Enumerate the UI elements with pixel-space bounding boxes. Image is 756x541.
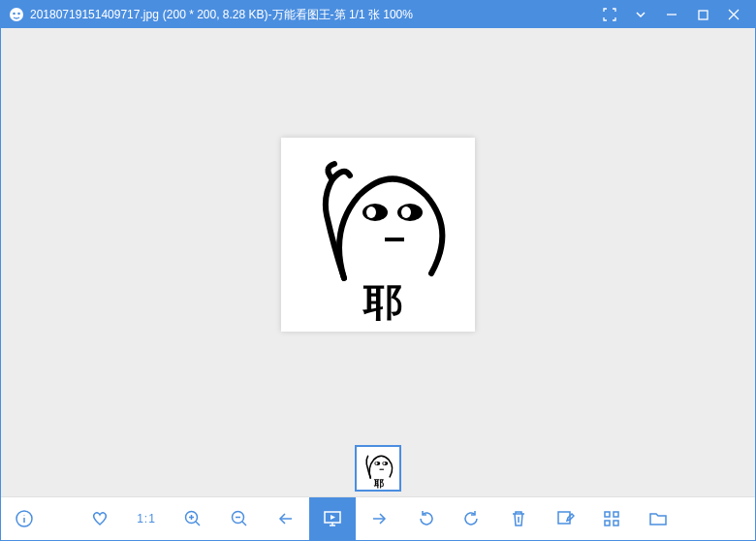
svg-point-14	[375, 462, 377, 465]
title-dimensions: (200 * 200, 8.28 KB)	[163, 8, 268, 21]
menu-dropdown-button[interactable]	[625, 1, 656, 28]
fullscreen-icon	[603, 8, 616, 21]
arrow-right-icon	[369, 509, 389, 528]
svg-rect-16	[380, 469, 384, 470]
heart-icon	[90, 509, 110, 528]
svg-rect-9	[385, 238, 404, 241]
maximize-button[interactable]	[687, 1, 718, 28]
slideshow-icon	[322, 508, 343, 529]
info-icon	[15, 509, 34, 528]
maximize-icon	[698, 10, 709, 20]
fullscreen-button[interactable]	[594, 1, 625, 28]
svg-rect-37	[605, 521, 610, 525]
zoom-out-icon	[230, 509, 249, 528]
svg-point-2	[17, 13, 20, 16]
favorite-button[interactable]	[77, 497, 123, 540]
grid-icon	[602, 509, 621, 528]
minimize-button[interactable]	[656, 1, 687, 28]
svg-point-7	[366, 207, 376, 218]
svg-rect-36	[614, 512, 618, 517]
zoom-in-button[interactable]	[170, 497, 216, 540]
slideshow-button[interactable]	[309, 497, 356, 540]
rotate-right-icon	[462, 509, 482, 528]
title-appname: 万能看图王	[272, 7, 331, 23]
actual-size-button[interactable]: 1:1	[123, 497, 170, 540]
titlebar: 20180719151409717.jpg (200 * 200, 8.28 K…	[1, 1, 755, 28]
title-filename: 20180719151409717.jpg	[30, 8, 159, 21]
rotate-left-button[interactable]	[402, 497, 449, 540]
zoom-in-icon	[183, 509, 203, 528]
next-button[interactable]	[356, 497, 402, 540]
close-button[interactable]	[718, 1, 749, 28]
folder-icon	[648, 509, 668, 528]
thumbnail-strip: 耶	[1, 440, 755, 496]
arrow-left-icon	[276, 509, 296, 528]
image-viewport[interactable]: 耶	[1, 28, 755, 440]
edit-button[interactable]	[542, 497, 588, 540]
svg-line-26	[242, 522, 246, 525]
svg-rect-3	[699, 11, 708, 19]
title-pageinfo: 第 1/1 张 100%	[334, 7, 413, 23]
svg-point-8	[401, 207, 411, 218]
svg-text:耶: 耶	[373, 478, 384, 489]
image-content: 耶	[286, 143, 470, 327]
app-window: 20180719151409717.jpg (200 * 200, 8.28 K…	[0, 0, 756, 541]
trash-icon	[509, 509, 528, 528]
svg-rect-38	[614, 521, 618, 525]
edit-icon	[555, 509, 575, 528]
open-folder-button[interactable]	[635, 497, 681, 540]
svg-point-1	[13, 13, 16, 16]
thumbnail-image: 耶	[358, 448, 398, 489]
ratio-label: 1:1	[137, 512, 156, 525]
app-icon	[9, 7, 24, 22]
zoom-out-button[interactable]	[216, 497, 263, 540]
bottom-toolbar: 1:1	[1, 496, 755, 540]
info-button[interactable]	[1, 497, 47, 540]
thumbnail-item[interactable]: 耶	[355, 445, 401, 492]
dropdown-icon	[635, 9, 646, 20]
rotate-right-button[interactable]	[449, 497, 495, 540]
svg-rect-35	[605, 512, 610, 517]
close-icon	[728, 9, 740, 20]
previous-button[interactable]	[263, 497, 309, 540]
grid-view-button[interactable]	[588, 497, 635, 540]
svg-point-15	[383, 462, 385, 465]
minimize-icon	[666, 9, 677, 20]
rotate-left-icon	[416, 509, 435, 528]
displayed-image: 耶	[281, 138, 475, 332]
svg-line-22	[196, 522, 200, 525]
svg-text:耶: 耶	[362, 280, 402, 323]
svg-point-0	[10, 8, 23, 21]
delete-button[interactable]	[495, 497, 542, 540]
